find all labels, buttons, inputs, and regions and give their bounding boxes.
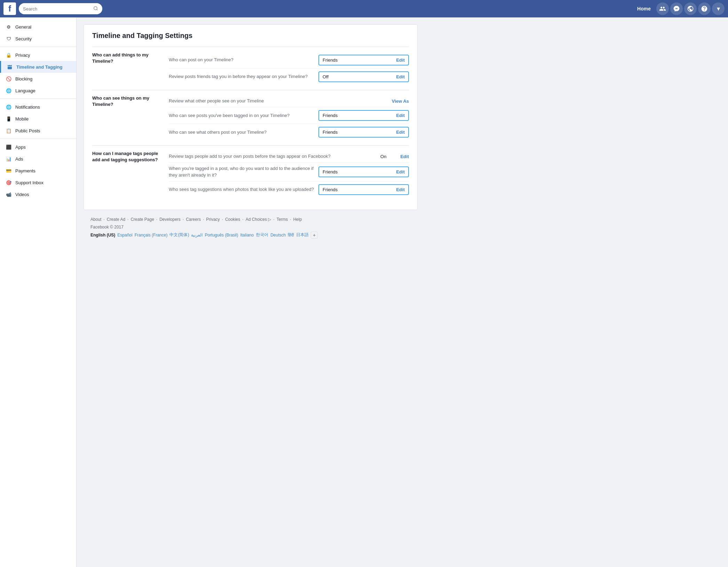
sidebar-item-notifications[interactable]: 🌐 Notifications [0,101,76,113]
search-input[interactable] [23,6,91,11]
apps-icon: ⬛ [6,144,12,150]
help-icon[interactable] [698,2,711,15]
edit-link-2-1[interactable]: Edit [396,169,405,174]
edit-link-0-0[interactable]: Edit [396,57,405,63]
footer-link-cookies[interactable]: Cookies [225,217,240,222]
section-label-tags: How can I manage tags people add and tag… [92,150,169,163]
setting-row-1-0: Review what other people see on your Tim… [169,95,409,107]
setting-question-1-0: Review what other people see on your Tim… [169,98,392,104]
sidebar-label-general: General [15,24,31,30]
footer-link-developers[interactable]: Developers [159,217,181,222]
footer-link-terms[interactable]: Terms [277,217,288,222]
language-more-button[interactable]: + [311,232,318,239]
edit-link-1-2[interactable]: Edit [396,130,405,135]
sidebar-item-privacy[interactable]: 🔒 Privacy [0,49,76,61]
footer-link-privacy[interactable]: Privacy [206,217,220,222]
footer-lang-ko[interactable]: 한국어 [256,232,268,238]
svg-point-0 [94,6,97,9]
setting-value-box-1-1: Friends Edit [318,110,409,121]
sidebar-label-payments: Payments [15,168,35,173]
sidebar-label-mobile: Mobile [15,116,29,122]
search-bar[interactable] [19,3,102,14]
footer-lang-hi[interactable]: हिंदी [288,233,294,238]
setting-value-box-0-0: Friends Edit [318,55,409,65]
sidebar-item-support-inbox[interactable]: 🎯 Support Inbox [0,177,76,188]
footer-link-create-ad[interactable]: Create Ad [107,217,125,222]
footer-link-about[interactable]: About [90,217,101,222]
footer-lang-en[interactable]: English (US) [90,233,115,238]
sidebar-item-apps[interactable]: ⬛ Apps [0,141,76,153]
setting-value-box-0-1: Off Edit [318,71,409,82]
sidebar-label-privacy: Privacy [15,53,30,58]
payments-icon: 💳 [6,168,12,174]
footer-lang-ar[interactable]: العربية [191,233,203,238]
footer-link-help[interactable]: Help [293,217,302,222]
footer-link-careers[interactable]: Careers [186,217,201,222]
globe-icon[interactable] [684,2,697,15]
svg-rect-2 [8,65,12,69]
footer-lang-fr[interactable]: Français (France) [135,233,168,238]
sidebar-divider-3 [0,139,76,139]
sidebar-item-blocking[interactable]: 🚫 Blocking [0,73,76,85]
footer-link-create-page[interactable]: Create Page [130,217,154,222]
footer-lang-it[interactable]: Italiano [240,233,254,238]
setting-question-2-1: When you're tagged in a post, who do you… [169,165,318,178]
sidebar-label-support-inbox: Support Inbox [15,180,43,185]
sidebar-item-ads[interactable]: 📊 Ads [0,153,76,165]
sidebar: ⚙ General 🛡 Security 🔒 Privacy Timeline … [0,17,77,567]
sidebar-label-public-posts: Public Posts [15,128,40,133]
footer-lang-zh[interactable]: 中文(简体) [169,232,189,238]
settings-section-tags: How can I manage tags people add and tag… [92,145,409,203]
edit-link-0-1[interactable]: Edit [396,74,405,79]
footer-lang-pt[interactable]: Português (Brasil) [205,233,238,238]
setting-row-0-0: Who can post on your Timeline? Friends E… [169,52,409,69]
footer-link-ad-choices[interactable]: Ad Choices ▷ [246,217,271,222]
sidebar-item-videos[interactable]: 📹 Videos [0,188,76,200]
setting-row-0-1: Review posts friends tag you in before t… [169,69,409,85]
sidebar-item-timeline[interactable]: Timeline and Tagging [0,61,76,73]
block-icon: 🚫 [6,76,12,82]
edit-link-1-1[interactable]: Edit [396,113,405,118]
setting-row-1-2: Who can see what others post on your Tim… [169,124,409,140]
page-title: Timeline and Tagging Settings [92,32,409,40]
sidebar-item-public-posts[interactable]: 📋 Public Posts [0,125,76,137]
setting-value-2-1: Friends [323,169,393,174]
sidebar-item-general[interactable]: ⚙ General [0,21,76,33]
footer-languages: English (US) Español Français (France) 中… [90,232,411,239]
section-rows-add: Who can post on your Timeline? Friends E… [169,52,409,85]
setting-row-2-2: Who sees tag suggestions when photos tha… [169,181,409,198]
setting-question-2-2: Who sees tag suggestions when photos tha… [169,186,318,193]
sidebar-item-security[interactable]: 🛡 Security [0,33,76,45]
search-icon [93,6,98,12]
lock-icon: 🔒 [6,52,12,58]
sidebar-item-language[interactable]: 🌐 Language [0,85,76,96]
setting-question-1-1: Who can see posts you've been tagged in … [169,112,318,119]
footer-lang-ja[interactable]: 日本語 [296,232,309,238]
setting-value-2-2: Friends [323,187,393,192]
content-card: Timeline and Tagging Settings Who can ad… [84,24,418,210]
view-as-link[interactable]: View As [392,99,409,104]
edit-link-2-0[interactable]: Edit [400,154,409,159]
dropdown-arrow-icon[interactable]: ▾ [712,2,725,15]
edit-link-2-2[interactable]: Edit [396,187,405,192]
footer-lang-de[interactable]: Deutsch [270,233,286,238]
sidebar-item-mobile[interactable]: 📱 Mobile [0,113,76,125]
public-posts-icon: 📋 [6,127,12,134]
main-content: Timeline and Tagging Settings Who can ad… [77,17,728,567]
sidebar-item-payments[interactable]: 💳 Payments [0,165,76,177]
setting-value-box-2-2: Friends Edit [318,184,409,195]
facebook-logo: f [3,2,16,15]
setting-value-1-2: Friends [323,130,393,135]
sidebar-label-videos: Videos [15,192,29,197]
footer-lang-es[interactable]: Español [117,233,132,238]
calendar-icon [7,64,13,70]
setting-value-0-1: Off [323,74,393,79]
settings-section-add: Who can add things to my Timeline? Who c… [92,47,409,90]
notifications-icon: 🌐 [6,104,12,110]
home-nav-item[interactable]: Home [633,4,655,14]
messenger-icon[interactable] [670,2,683,15]
section-label-see: Who can see things on my Timeline? [92,95,169,108]
section-label-add: Who can add things to my Timeline? [92,52,169,64]
setting-question-0-0: Who can post on your Timeline? [169,57,318,63]
friends-icon[interactable] [656,2,669,15]
